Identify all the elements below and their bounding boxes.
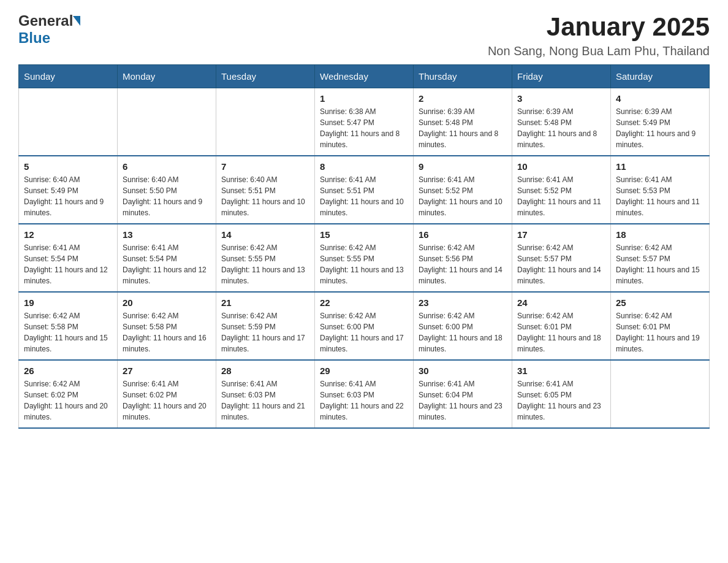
- day-number: 10: [517, 161, 605, 172]
- day-info: Sunrise: 6:38 AMSunset: 5:47 PMDaylight:…: [320, 106, 408, 150]
- day-info: Sunrise: 6:41 AMSunset: 6:03 PMDaylight:…: [320, 378, 408, 423]
- day-info: Sunrise: 6:42 AMSunset: 5:57 PMDaylight:…: [616, 242, 704, 286]
- calendar-week-row: 1Sunrise: 6:38 AMSunset: 5:47 PMDaylight…: [19, 88, 710, 156]
- calendar-cell: 1Sunrise: 6:38 AMSunset: 5:47 PMDaylight…: [315, 88, 414, 156]
- day-info: Sunrise: 6:41 AMSunset: 6:03 PMDaylight:…: [221, 378, 309, 423]
- calendar-cell: 9Sunrise: 6:41 AMSunset: 5:52 PMDaylight…: [414, 156, 512, 224]
- day-info: Sunrise: 6:41 AMSunset: 5:52 PMDaylight:…: [517, 174, 605, 218]
- calendar-cell: 25Sunrise: 6:42 AMSunset: 6:01 PMDayligh…: [611, 292, 710, 360]
- logo: General Blue: [18, 12, 80, 47]
- page-subtitle: Non Sang, Nong Bua Lam Phu, Thailand: [488, 44, 710, 58]
- calendar-cell: 18Sunrise: 6:42 AMSunset: 5:57 PMDayligh…: [611, 224, 710, 292]
- day-number: 25: [616, 297, 704, 308]
- calendar-cell: 21Sunrise: 6:42 AMSunset: 5:59 PMDayligh…: [216, 292, 315, 360]
- calendar-cell: 2Sunrise: 6:39 AMSunset: 5:48 PMDaylight…: [414, 88, 512, 156]
- calendar-cell: 13Sunrise: 6:41 AMSunset: 5:54 PMDayligh…: [118, 224, 216, 292]
- calendar-cell: 31Sunrise: 6:41 AMSunset: 6:05 PMDayligh…: [512, 360, 611, 428]
- calendar-header-row: SundayMondayTuesdayWednesdayThursdayFrid…: [19, 65, 710, 88]
- day-info: Sunrise: 6:39 AMSunset: 5:49 PMDaylight:…: [616, 106, 704, 150]
- calendar-cell: 19Sunrise: 6:42 AMSunset: 5:58 PMDayligh…: [19, 292, 118, 360]
- calendar-day-header-sunday: Sunday: [19, 65, 118, 88]
- calendar-cell: 20Sunrise: 6:42 AMSunset: 5:58 PMDayligh…: [118, 292, 216, 360]
- calendar-cell: 23Sunrise: 6:42 AMSunset: 6:00 PMDayligh…: [414, 292, 512, 360]
- day-info: Sunrise: 6:42 AMSunset: 6:01 PMDaylight:…: [517, 310, 605, 354]
- day-number: 1: [320, 93, 408, 104]
- calendar-day-header-thursday: Thursday: [414, 65, 512, 88]
- calendar-cell: [19, 88, 118, 156]
- day-info: Sunrise: 6:41 AMSunset: 5:53 PMDaylight:…: [616, 174, 704, 218]
- day-info: Sunrise: 6:39 AMSunset: 5:48 PMDaylight:…: [419, 106, 507, 150]
- day-number: 15: [320, 229, 408, 240]
- calendar-cell: 12Sunrise: 6:41 AMSunset: 5:54 PMDayligh…: [19, 224, 118, 292]
- header: General Blue January 2025 Non Sang, Nong…: [18, 12, 710, 58]
- calendar-cell: 26Sunrise: 6:42 AMSunset: 6:02 PMDayligh…: [19, 360, 118, 428]
- day-number: 7: [221, 161, 309, 172]
- day-number: 18: [616, 229, 704, 240]
- day-info: Sunrise: 6:42 AMSunset: 5:58 PMDaylight:…: [123, 310, 211, 354]
- day-number: 9: [419, 161, 507, 172]
- calendar-cell: 17Sunrise: 6:42 AMSunset: 5:57 PMDayligh…: [512, 224, 611, 292]
- day-number: 8: [320, 161, 408, 172]
- day-number: 12: [24, 229, 112, 240]
- calendar-cell: 24Sunrise: 6:42 AMSunset: 6:01 PMDayligh…: [512, 292, 611, 360]
- calendar-week-row: 26Sunrise: 6:42 AMSunset: 6:02 PMDayligh…: [19, 360, 710, 428]
- day-number: 28: [221, 366, 309, 376]
- day-number: 2: [419, 93, 507, 104]
- calendar-cell: [611, 360, 710, 428]
- day-info: Sunrise: 6:42 AMSunset: 5:56 PMDaylight:…: [419, 242, 507, 286]
- day-number: 22: [320, 297, 408, 308]
- page-title: January 2025: [488, 12, 710, 42]
- day-info: Sunrise: 6:41 AMSunset: 5:54 PMDaylight:…: [123, 242, 211, 286]
- calendar-day-header-friday: Friday: [512, 65, 611, 88]
- calendar-cell: 11Sunrise: 6:41 AMSunset: 5:53 PMDayligh…: [611, 156, 710, 224]
- day-info: Sunrise: 6:40 AMSunset: 5:49 PMDaylight:…: [24, 174, 112, 218]
- day-info: Sunrise: 6:39 AMSunset: 5:48 PMDaylight:…: [517, 106, 605, 150]
- day-number: 3: [517, 93, 605, 104]
- logo-general-text: General: [18, 12, 73, 29]
- title-area: January 2025 Non Sang, Nong Bua Lam Phu,…: [488, 12, 710, 58]
- day-info: Sunrise: 6:42 AMSunset: 6:00 PMDaylight:…: [320, 310, 408, 354]
- day-number: 23: [419, 297, 507, 308]
- day-info: Sunrise: 6:42 AMSunset: 5:59 PMDaylight:…: [221, 310, 309, 354]
- calendar-cell: 29Sunrise: 6:41 AMSunset: 6:03 PMDayligh…: [315, 360, 414, 428]
- calendar-day-header-wednesday: Wednesday: [315, 65, 414, 88]
- calendar-table: SundayMondayTuesdayWednesdayThursdayFrid…: [18, 64, 710, 429]
- calendar-week-row: 19Sunrise: 6:42 AMSunset: 5:58 PMDayligh…: [19, 292, 710, 360]
- calendar-cell: 28Sunrise: 6:41 AMSunset: 6:03 PMDayligh…: [216, 360, 315, 428]
- calendar-cell: 30Sunrise: 6:41 AMSunset: 6:04 PMDayligh…: [414, 360, 512, 428]
- day-info: Sunrise: 6:42 AMSunset: 6:01 PMDaylight:…: [616, 310, 704, 354]
- day-info: Sunrise: 6:41 AMSunset: 5:51 PMDaylight:…: [320, 174, 408, 218]
- calendar-cell: 5Sunrise: 6:40 AMSunset: 5:49 PMDaylight…: [19, 156, 118, 224]
- calendar-cell: 10Sunrise: 6:41 AMSunset: 5:52 PMDayligh…: [512, 156, 611, 224]
- calendar-cell: [118, 88, 216, 156]
- day-number: 21: [221, 297, 309, 308]
- day-info: Sunrise: 6:42 AMSunset: 6:00 PMDaylight:…: [419, 310, 507, 354]
- day-number: 6: [123, 161, 211, 172]
- calendar-cell: 16Sunrise: 6:42 AMSunset: 5:56 PMDayligh…: [414, 224, 512, 292]
- day-info: Sunrise: 6:42 AMSunset: 5:55 PMDaylight:…: [221, 242, 309, 286]
- day-number: 17: [517, 229, 605, 240]
- day-number: 5: [24, 161, 112, 172]
- calendar-day-header-monday: Monday: [118, 65, 216, 88]
- calendar-week-row: 12Sunrise: 6:41 AMSunset: 5:54 PMDayligh…: [19, 224, 710, 292]
- logo-triangle-icon: [73, 16, 80, 26]
- day-number: 13: [123, 229, 211, 240]
- day-number: 30: [419, 366, 507, 376]
- day-info: Sunrise: 6:42 AMSunset: 6:02 PMDaylight:…: [24, 378, 112, 423]
- day-info: Sunrise: 6:42 AMSunset: 5:57 PMDaylight:…: [517, 242, 605, 286]
- day-number: 16: [419, 229, 507, 240]
- day-info: Sunrise: 6:41 AMSunset: 6:05 PMDaylight:…: [517, 378, 605, 423]
- day-number: 26: [24, 366, 112, 376]
- calendar-cell: 6Sunrise: 6:40 AMSunset: 5:50 PMDaylight…: [118, 156, 216, 224]
- day-number: 11: [616, 161, 704, 172]
- calendar-cell: 27Sunrise: 6:41 AMSunset: 6:02 PMDayligh…: [118, 360, 216, 428]
- day-number: 29: [320, 366, 408, 376]
- calendar-header: SundayMondayTuesdayWednesdayThursdayFrid…: [19, 65, 710, 88]
- logo-blue-text: Blue: [18, 29, 50, 46]
- day-number: 14: [221, 229, 309, 240]
- day-number: 20: [123, 297, 211, 308]
- day-info: Sunrise: 6:41 AMSunset: 5:52 PMDaylight:…: [419, 174, 507, 218]
- calendar-cell: 3Sunrise: 6:39 AMSunset: 5:48 PMDaylight…: [512, 88, 611, 156]
- calendar-cell: 15Sunrise: 6:42 AMSunset: 5:55 PMDayligh…: [315, 224, 414, 292]
- day-number: 4: [616, 93, 704, 104]
